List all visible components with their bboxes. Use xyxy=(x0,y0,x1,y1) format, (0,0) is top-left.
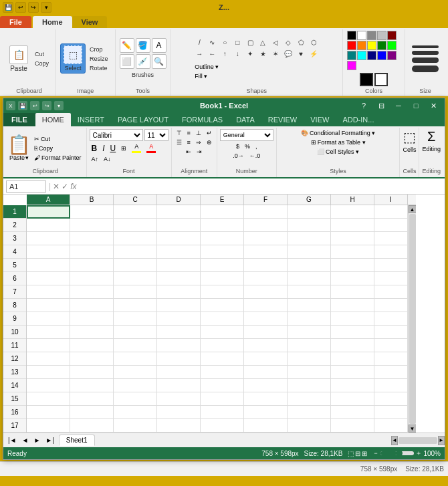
color-gray[interactable] xyxy=(367,31,376,40)
paint-home-tab[interactable]: Home xyxy=(33,16,72,28)
grid-cell-H1[interactable] xyxy=(331,205,374,219)
shape-rect[interactable]: □ xyxy=(231,37,243,48)
excel-formula-input[interactable] xyxy=(79,180,442,193)
layout-view-icon[interactable]: ⊟ xyxy=(355,450,360,457)
row-num-4[interactable]: 4 xyxy=(3,245,26,259)
paint-file-tab[interactable]: File xyxy=(0,16,31,28)
excel-increase-font-button[interactable]: A↑ xyxy=(90,155,101,163)
excel-border-button[interactable]: ⊞ xyxy=(119,144,128,152)
grid-cell[interactable] xyxy=(244,272,288,285)
grid-cell[interactable] xyxy=(288,392,331,405)
grid-cell-F1[interactable] xyxy=(244,205,288,219)
grid-cell[interactable] xyxy=(27,392,70,405)
color-orange[interactable] xyxy=(357,41,366,50)
grid-cell[interactable] xyxy=(157,299,201,312)
shape-triangle[interactable]: △ xyxy=(257,37,269,48)
excel-fillcolor-button[interactable]: A xyxy=(130,142,143,154)
excel-decrease-font-button[interactable]: A↓ xyxy=(102,155,113,163)
row-num-3[interactable]: 3 xyxy=(3,232,26,245)
grid-cell[interactable] xyxy=(157,379,201,392)
shape-line[interactable]: / xyxy=(193,37,205,48)
paint-save-icon[interactable]: 💾 xyxy=(3,2,13,13)
grid-cell[interactable] xyxy=(201,219,244,231)
col-header-G[interactable]: G xyxy=(288,195,331,205)
grid-cell[interactable] xyxy=(244,366,288,378)
grid-cell[interactable] xyxy=(70,379,114,392)
excel-vertical-scrollbar[interactable]: ▲ ▼ xyxy=(408,205,416,433)
row-num-15[interactable]: 15 xyxy=(3,392,26,406)
excel-addin-tab[interactable]: ADD-IN... xyxy=(336,113,380,126)
zoom-slider[interactable] xyxy=(380,451,414,455)
shape-oval[interactable]: ○ xyxy=(219,37,231,48)
grid-cell[interactable] xyxy=(374,272,408,285)
grid-cell[interactable] xyxy=(27,312,70,325)
grid-cell[interactable] xyxy=(27,379,70,392)
shape-arrow-up[interactable]: ↑ xyxy=(219,49,231,59)
color-purple[interactable] xyxy=(387,51,397,60)
grid-cell[interactable] xyxy=(331,406,374,418)
grid-cell[interactable] xyxy=(331,259,374,271)
grid-cell[interactable] xyxy=(244,245,288,258)
grid-cell[interactable] xyxy=(331,366,374,378)
size-option-3[interactable] xyxy=(412,57,439,63)
paint-redo-icon[interactable]: ↪ xyxy=(28,2,39,13)
color-silver[interactable] xyxy=(377,31,386,40)
grid-cell[interactable] xyxy=(201,352,244,365)
shape-star6[interactable]: ✶ xyxy=(269,49,282,59)
grid-cell[interactable] xyxy=(374,219,408,231)
sheet-tab-nav-last[interactable]: ►| xyxy=(43,437,56,444)
row-num-17[interactable]: 17 xyxy=(3,419,26,433)
color-green[interactable] xyxy=(377,41,386,50)
excel-italic-button[interactable]: I xyxy=(100,143,106,154)
grid-cell[interactable] xyxy=(374,392,408,405)
excel-bold-button[interactable]: B xyxy=(90,143,100,154)
color-red[interactable] xyxy=(347,41,356,50)
grid-cell[interactable] xyxy=(70,352,114,365)
excel-fontcolor-button[interactable]: A xyxy=(144,142,158,154)
grid-cell[interactable] xyxy=(374,406,408,418)
paint-paste-button[interactable]: 📋 Paste xyxy=(7,44,31,74)
excel-redo-qat[interactable]: ↪ xyxy=(42,101,51,110)
grid-cell[interactable] xyxy=(157,406,201,418)
paint-view-tab[interactable]: View xyxy=(72,16,108,28)
grid-cell[interactable] xyxy=(27,232,70,245)
color-lime[interactable] xyxy=(387,41,397,50)
grid-cell[interactable] xyxy=(201,406,244,418)
grid-cell[interactable] xyxy=(201,285,244,298)
size-option-4[interactable] xyxy=(412,66,439,72)
grid-cell[interactable] xyxy=(70,259,114,271)
grid-cell[interactable] xyxy=(201,339,244,352)
grid-cell[interactable] xyxy=(288,299,331,312)
grid-cell[interactable] xyxy=(114,245,157,258)
excel-font-selector[interactable]: Calibri xyxy=(90,129,143,141)
grid-cell[interactable] xyxy=(244,339,288,352)
grid-cell[interactable] xyxy=(374,312,408,325)
excel-align-top-button[interactable]: ⊤ xyxy=(175,129,184,137)
col-header-I[interactable]: I xyxy=(374,195,408,205)
scroll-right-btn[interactable]: ► xyxy=(438,436,445,445)
grid-cell[interactable] xyxy=(331,352,374,365)
row-num-6[interactable]: 6 xyxy=(3,272,26,285)
scroll-left-btn[interactable]: ◄ xyxy=(391,436,398,445)
excel-merge-button[interactable]: ⊕ xyxy=(205,138,214,146)
grid-cell[interactable] xyxy=(114,312,157,325)
grid-cell[interactable] xyxy=(244,352,288,365)
excel-qat-dropdown[interactable]: ▾ xyxy=(54,101,64,110)
grid-cell[interactable] xyxy=(201,326,244,338)
text-tool-icon[interactable]: A xyxy=(152,38,166,53)
grid-cell[interactable] xyxy=(157,219,201,231)
color-cyan[interactable] xyxy=(357,51,366,60)
grid-cell[interactable] xyxy=(331,419,374,432)
paint-undo-icon[interactable]: ↩ xyxy=(15,2,26,13)
paint-crop-button[interactable]: Crop xyxy=(87,45,111,53)
formula-fx-icon[interactable]: fx xyxy=(70,182,76,191)
color1-swatch[interactable] xyxy=(360,73,373,86)
grid-cell[interactable] xyxy=(288,232,331,245)
grid-cell[interactable] xyxy=(70,272,114,285)
grid-cell[interactable] xyxy=(70,245,114,258)
grid-cell[interactable] xyxy=(374,366,408,378)
grid-cell[interactable] xyxy=(244,232,288,245)
grid-cell[interactable] xyxy=(157,285,201,298)
col-header-B[interactable]: B xyxy=(70,195,114,205)
grid-cell[interactable] xyxy=(374,339,408,352)
